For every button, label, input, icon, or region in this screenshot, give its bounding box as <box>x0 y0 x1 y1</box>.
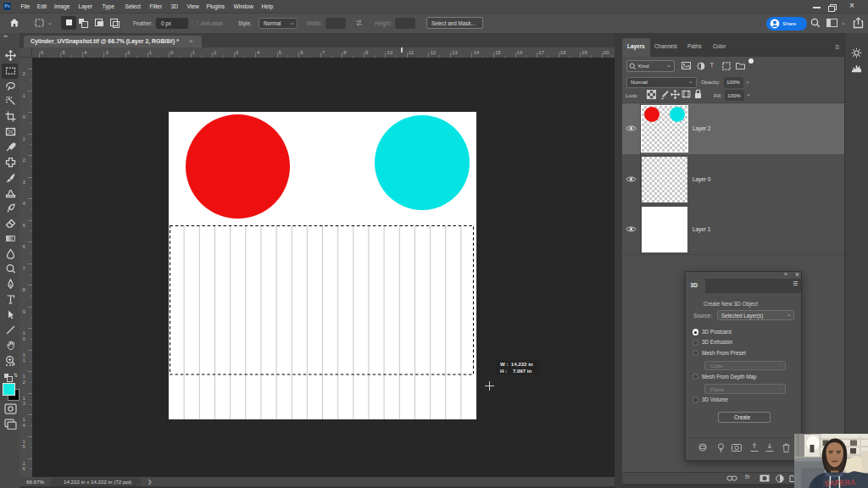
svg-text:SΛPERΛ: SΛPERΛ <box>825 478 856 488</box>
